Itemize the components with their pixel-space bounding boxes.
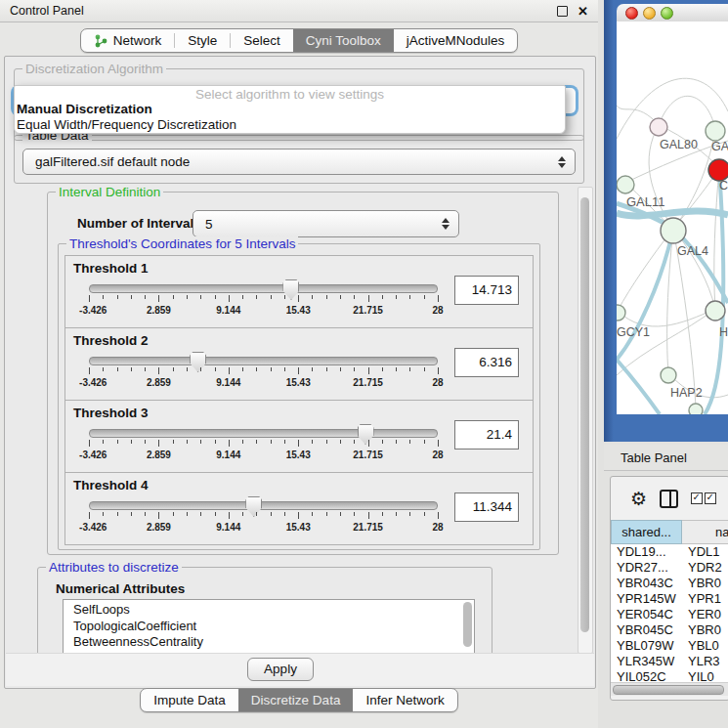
cell-shared-name[interactable]: YBR043C [611, 576, 681, 591]
minor-tick [173, 367, 174, 371]
cell-shared-name[interactable]: YER054C [611, 607, 681, 622]
cell-name[interactable]: YLR3 [681, 654, 728, 669]
table-horizontal-scrollbar-thumb[interactable] [613, 685, 724, 695]
dropdown-option-manual-discretization[interactable]: Manual Discretization [15, 102, 565, 117]
table-row[interactable]: YLR345WYLR3 [611, 654, 728, 669]
attribute-list-item[interactable]: TopologicalCoefficient [64, 619, 474, 635]
table-row[interactable]: YDL19...YDL1 [611, 544, 728, 560]
cell-shared-name[interactable]: YDL19... [611, 544, 681, 560]
window-close-icon[interactable] [625, 7, 638, 20]
table-row[interactable]: YBR043CYBR0 [611, 576, 728, 591]
major-tick [158, 440, 159, 447]
axis-tick-label: 21.715 [353, 305, 383, 316]
minor-tick [187, 440, 188, 444]
cell-name[interactable]: YBR0 [681, 576, 728, 591]
minor-tick [340, 512, 341, 516]
slider-track[interactable] [89, 429, 438, 438]
cell-name[interactable]: YDR2 [681, 560, 728, 576]
threshold-3-slider[interactable]: -3.4262.8599.14415.4321.71528 [89, 424, 438, 469]
attribute-list-item[interactable]: BetweennessCentrality [64, 634, 474, 651]
numerical-attributes-list[interactable]: SelfLoopsTopologicalCoefficientBetweenne… [63, 599, 475, 653]
table-row[interactable]: YIL052CYIL0 [611, 669, 728, 682]
slider-tick-labels: -3.4262.8599.14415.4321.71528 [89, 522, 438, 534]
major-tick [368, 512, 369, 519]
threshold-2-slider[interactable]: -3.4262.8599.14415.4321.71528 [89, 352, 438, 397]
cell-shared-name[interactable]: YBL079W [611, 638, 681, 654]
attribute-list-item[interactable]: SelfLoops [64, 602, 474, 619]
window-minimize-icon[interactable] [643, 7, 656, 20]
cell-shared-name[interactable]: YBR045C [611, 622, 681, 638]
select-columns-icon[interactable] [691, 492, 716, 504]
window-zoom-icon[interactable] [661, 7, 673, 20]
table-row[interactable]: YBR045CYBR0 [611, 622, 728, 638]
close-icon[interactable]: ✕ [578, 5, 588, 18]
minor-tick [409, 295, 410, 299]
threshold-4-slider[interactable]: -3.4262.8599.14415.4321.71528 [89, 496, 438, 541]
node-h-right[interactable] [706, 301, 725, 321]
panel-scrollbar-thumb[interactable] [580, 197, 589, 632]
minor-tick [215, 367, 216, 371]
tab-jactivemnodules[interactable]: jActiveMNodules [394, 29, 518, 52]
panel-scrollbar[interactable] [578, 187, 593, 654]
cell-name[interactable]: YBL0 [681, 638, 728, 654]
column-layout-icon[interactable] [660, 490, 678, 508]
minor-tick [256, 512, 257, 516]
network-canvas[interactable]: GAL80 GA C GAL11 GAL4 GCY1 H HAP2 [617, 21, 728, 414]
tab-network[interactable]: Network [81, 29, 175, 52]
number-of-intervals-combobox[interactable]: 5 [193, 210, 459, 237]
node-hap2[interactable] [661, 367, 676, 383]
table-rows[interactable]: YDL19...YDL1YDR27...YDR2YBR043CYBR0YPR14… [611, 544, 728, 682]
column-header-shared-name[interactable]: shared... [611, 520, 682, 544]
node-gal11[interactable] [617, 176, 634, 193]
table-row[interactable]: YER054CYER0 [611, 607, 728, 622]
cell-name[interactable]: YBR0 [681, 622, 728, 638]
slider-track[interactable] [89, 284, 438, 293]
gear-icon[interactable]: ⚙ [630, 490, 647, 508]
major-tick [298, 367, 299, 374]
tab-cyni-toolbox[interactable]: Cyni Toolbox [293, 29, 394, 52]
threshold-1-value-field[interactable]: 14.713 [454, 276, 519, 305]
list-scrollbar[interactable] [463, 602, 472, 647]
cell-shared-name[interactable]: YLR345W [611, 654, 681, 669]
tab-select[interactable]: Select [231, 29, 293, 52]
cell-shared-name[interactable]: YPR145W [611, 591, 681, 607]
slider-track[interactable] [89, 501, 438, 510]
threshold-1-slider[interactable]: -3.4262.8599.14415.4321.71528 [89, 279, 438, 324]
minor-tick [396, 440, 397, 444]
apply-button[interactable]: Apply [247, 658, 314, 681]
cell-name[interactable]: YER0 [681, 607, 728, 622]
table-row[interactable]: YDR27...YDR2 [611, 560, 728, 576]
minor-tick [340, 295, 341, 299]
tab-infer-network[interactable]: Infer Network [353, 689, 456, 711]
table-data-combobox[interactable]: galFiltered.sif default node [22, 149, 576, 175]
float-window-icon[interactable] [557, 6, 568, 17]
table-row[interactable]: YPR145WYPR1 [611, 591, 728, 607]
node-red-selected[interactable] [708, 159, 728, 181]
node-gal80[interactable] [650, 118, 667, 136]
cell-name[interactable]: YPR1 [681, 591, 728, 607]
tab-style[interactable]: Style [175, 29, 230, 52]
major-tick [438, 295, 439, 302]
table-header-row: shared... na [611, 520, 728, 544]
cell-name[interactable]: YDL1 [681, 544, 728, 560]
tab-discretize-data[interactable]: Discretize Data [238, 689, 354, 711]
table-row[interactable]: YBL079WYBL0 [611, 638, 728, 654]
dropdown-option-equal-width-frequency[interactable]: Equal Width/Frequency Discretization [15, 117, 565, 133]
cell-name[interactable]: YIL0 [681, 669, 728, 682]
threshold-2-value-field[interactable]: 6.316 [454, 348, 519, 377]
node-top-right[interactable] [706, 121, 725, 141]
minor-tick [131, 367, 132, 371]
node-bottom-partial[interactable] [689, 404, 703, 414]
threshold-3-value-field[interactable]: 21.4 [454, 420, 519, 450]
column-header-name[interactable]: na [682, 520, 728, 544]
tab-cyni-toolbox-label: Cyni Toolbox [306, 33, 381, 48]
node-gcy1[interactable] [617, 305, 625, 321]
node-gal4[interactable] [661, 218, 686, 243]
tab-impute-data[interactable]: Impute Data [141, 689, 238, 711]
cell-shared-name[interactable]: YIL052C [611, 669, 681, 682]
table-horizontal-scrollbar[interactable] [611, 682, 728, 696]
threshold-4-value-field[interactable]: 11.344 [454, 492, 519, 522]
slider-track[interactable] [89, 357, 438, 365]
cell-shared-name[interactable]: YDR27... [611, 560, 681, 576]
table-toolbar: ⚙ [611, 477, 728, 520]
